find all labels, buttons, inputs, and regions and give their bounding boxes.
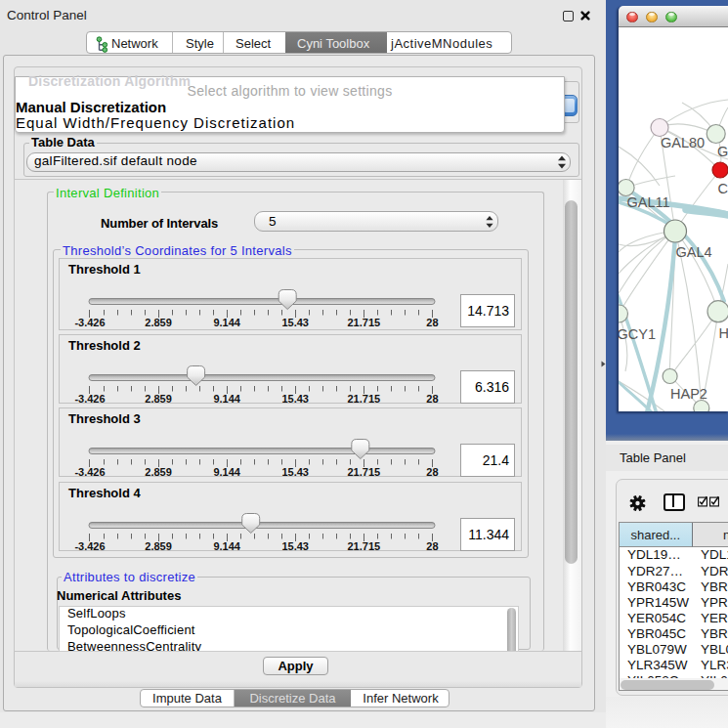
svg-text:9.144: 9.144: [213, 466, 240, 478]
svg-text:9.144: 9.144: [213, 540, 240, 552]
svg-text:28: 28: [426, 317, 438, 328]
svg-text:GAL11: GAL11: [627, 194, 670, 210]
svg-text:21.715: 21.715: [347, 540, 380, 552]
svg-text:2.859: 2.859: [145, 317, 172, 328]
svg-text:-3.426: -3.426: [74, 317, 105, 328]
svg-text:2.859: 2.859: [145, 540, 172, 552]
svg-text:GAL4: GAL4: [676, 244, 712, 260]
svg-text:28: 28: [426, 466, 438, 478]
svg-text:H: H: [719, 325, 728, 341]
svg-text:28: 28: [426, 540, 438, 552]
svg-text:GA: GA: [717, 144, 728, 159]
svg-text:2.859: 2.859: [145, 466, 172, 478]
svg-text:GCY1: GCY1: [619, 326, 656, 342]
svg-text:15.43: 15.43: [281, 540, 309, 552]
svg-text:15.43: 15.43: [281, 317, 309, 328]
svg-text:21.715: 21.715: [347, 393, 380, 405]
svg-text:-3.426: -3.426: [74, 466, 105, 478]
svg-text:9.144: 9.144: [213, 393, 240, 405]
svg-text:15.43: 15.43: [281, 393, 309, 405]
svg-text:-3.426: -3.426: [74, 393, 105, 405]
svg-text:-3.426: -3.426: [74, 540, 105, 552]
svg-text:21.715: 21.715: [347, 466, 380, 478]
svg-text:2.859: 2.859: [145, 393, 172, 405]
svg-text:HAP2: HAP2: [670, 386, 707, 402]
svg-text:9.144: 9.144: [213, 317, 240, 328]
svg-text:28: 28: [426, 393, 438, 405]
svg-text:15.43: 15.43: [281, 466, 309, 478]
svg-text:C: C: [718, 181, 728, 196]
svg-text:GAL80: GAL80: [661, 135, 705, 150]
svg-text:21.715: 21.715: [347, 317, 380, 328]
